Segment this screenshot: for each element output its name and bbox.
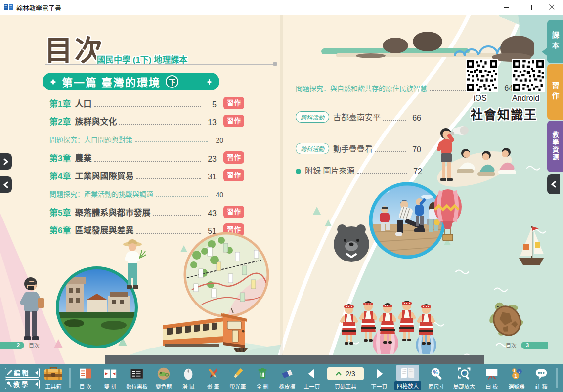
app-book-icon [4,3,13,11]
title-bar: 翰林教學電子書 [0,0,563,15]
tab-textbook[interactable]: 課本 [547,20,563,63]
toc-button[interactable]: 目 次 [73,364,98,392]
cross-subject-tag: 跨科活動 [296,111,329,123]
chapter-title: 族群與文化 [75,115,117,127]
toc-row-activity1[interactable]: 跨科活動 古都臺南安平 66 [296,111,421,123]
chapter-title: 區域發展與差異 [75,223,133,236]
tab-workbook[interactable]: 習作 [547,64,563,120]
workbook-badge[interactable]: 習作 [223,151,244,164]
mode-label: 教 學 [13,379,28,389]
page-number: 72 [409,167,422,176]
section-title: 第一篇 臺灣的環境 [62,74,161,89]
toolbox-label: 工具箱 [45,382,62,390]
active-tab-notch [542,47,548,56]
workbook-badge[interactable]: 習作 [223,97,244,109]
chapter-number: 第3章 [49,151,71,164]
workbook-badge[interactable]: 習作 [223,115,244,127]
sea-turtle-illustration [483,299,529,344]
delete-all-button[interactable]: 全 刪 [250,364,275,392]
toolbox-icon [43,366,63,382]
eraser-button[interactable]: 橡皮擦 [275,364,300,392]
maximize-button[interactable] [518,0,540,15]
star-icon [206,79,213,85]
page-number-tool[interactable]: 2/3 頁碼工具 [324,364,367,392]
workbook-badge[interactable]: 習作 [223,206,244,218]
annotation-button[interactable]: 註 釋 [529,364,554,392]
window-title: 翰林教學電子書 [16,3,61,12]
number-picker-button[interactable]: 321 選號器 [504,364,529,392]
toc-left: 第1章 人口 5 習作 第2章 族群與文化 13 習作 問題探究：人口問題與對策… [49,94,244,238]
toc-row-chapter1[interactable]: 第1章 人口 5 習作 [49,94,244,112]
digital-blackboard-button[interactable]: 數位黑板 [123,364,151,392]
prev-page-button[interactable]: 上一頁 [300,364,324,392]
collapse-panel-button[interactable] [0,176,12,193]
tab-teaching-resources[interactable]: 教學資源 [547,121,563,172]
original-size-button[interactable]: % 原尺寸 [424,364,449,392]
sailboat-illustration [516,224,546,272]
close-button[interactable] [540,0,563,15]
leader-dots [119,124,201,125]
toc-row-chapter5[interactable]: 第5章 聚落體系與都市發展 43 習作 [49,203,244,220]
page-number: 31 [204,173,217,181]
page-number: 66 [408,114,421,123]
volume-badge: 下 [166,75,178,88]
window-controls [495,0,563,15]
toc-row-appendix[interactable]: 附錄 圖片來源 72 [296,164,422,176]
toc-row-chapter4[interactable]: 第4章 工業與國際貿易 31 習作 [49,166,244,184]
leader-dots [135,141,208,142]
tab-label: 習作 [550,82,561,102]
expand-panel-button[interactable] [0,153,12,170]
toc-row-explore1[interactable]: 問題探究：人口問題與對策 20 [49,130,223,148]
toc-row-chapter2[interactable]: 第2章 族群與文化 13 習作 [49,112,244,130]
edit-mode-button[interactable]: 編 輯 [5,368,40,378]
toc-row-explore2[interactable]: 問題探究：產業活動的挑戰與調適 40 [49,184,223,203]
book-spread: 目次 國民中學 (1下) 地理課本 第一篇 臺灣的環境 下 第1章 人口 5 習… [0,15,563,364]
page-number: 40 [211,191,223,199]
teach-mode-button[interactable]: 教 學 [5,379,40,389]
quad-zoom-icon [396,365,419,381]
mode-switcher: 編 輯 教 學 [5,364,40,392]
workbook-badge[interactable]: 習作 [223,169,244,181]
leader-dots [375,151,406,152]
chevron-left-icon [3,181,8,188]
toc-icon [78,366,93,382]
minimize-button[interactable] [495,0,518,15]
maximize-icon [526,5,532,10]
leader-dots [136,178,201,179]
page-title: 目次 [44,28,105,68]
chameleon-button[interactable]: 變色龍 [151,364,176,392]
leader-dots [156,196,208,197]
page-number: 64 [500,84,513,93]
toc-row-activity2[interactable]: 跨科活動 動手疊疊看 70 [296,142,421,154]
chapter-title: 農業 [75,151,91,164]
mode-label: 編 輯 [14,368,29,377]
page-footer-right: 目次 3 [501,341,548,349]
pen-icon [206,366,220,382]
mouse-button[interactable]: 滑 鼠 [176,364,201,392]
next-page-button[interactable]: 下一頁 [367,364,391,392]
whiteboard-button[interactable]: 白 板 [479,364,504,392]
highlighter-button[interactable]: 螢光筆 [225,364,250,392]
pencil-icon [7,370,12,375]
chapter-title: 工業與國際貿易 [75,169,133,181]
quad-zoom-button[interactable]: 四格放大 [391,364,424,392]
page-tabs-button[interactable]: 頁 籤 [560,364,563,392]
explore-title: 問題探究：產業活動的挑戰與調適 [49,189,153,199]
dual-page-button[interactable]: 雙 拼 [98,364,123,392]
chapter-number: 第6章 [49,223,71,236]
pen-button[interactable]: 畫 筆 [201,364,225,392]
microphone-icon [7,381,12,387]
page-number: 70 [408,145,421,154]
minimize-icon [504,7,509,8]
chapter-number: 第4章 [49,169,71,181]
explore-title: 問題探究：人口問題與對策 [49,134,132,144]
toolbox-button[interactable]: 工具箱 [40,364,67,392]
sidebar-collapse-button[interactable] [547,174,560,194]
region-zoom-button[interactable]: 局部放大 [449,364,479,392]
activity-title: 古都臺南安平 [333,111,381,123]
chapter-number: 第1章 [49,97,71,109]
qr-label-ios: iOS [474,94,487,103]
toc-row-chapter3[interactable]: 第3章 農業 23 習作 [49,148,244,166]
mouse-icon [181,366,196,382]
page-indicator-value: 2/3 [346,370,355,378]
